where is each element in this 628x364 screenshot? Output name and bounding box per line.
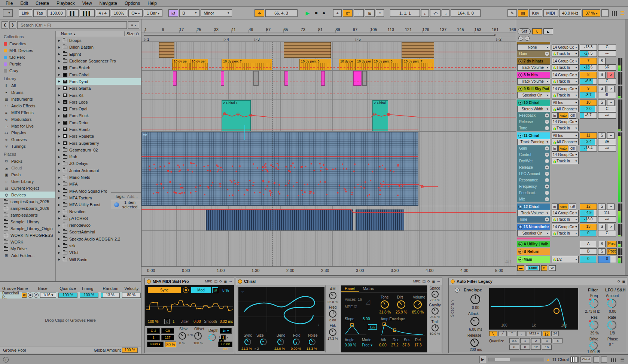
filter-button[interactable]: ≡▾ xyxy=(128,21,139,29)
groove-column-3[interactable]: Timing xyxy=(79,286,101,291)
expand-arrow-icon[interactable]: ▶ xyxy=(57,196,61,199)
expand-arrow-icon[interactable]: ▶ xyxy=(57,66,61,70)
punch-out-button[interactable]: ⌟ xyxy=(442,9,449,17)
dirt-value[interactable]: 25.9 % xyxy=(396,310,407,314)
routing-selector[interactable]: 1/2▼ xyxy=(552,256,579,263)
browser-item[interactable]: ▶Elphnt xyxy=(56,51,141,58)
arm-button[interactable]: ◕ xyxy=(607,86,615,92)
routing-selector[interactable]: Track In▼ xyxy=(552,64,579,71)
sidebar-item-samples-parts[interactable]: samples&parts xyxy=(0,212,55,218)
clip-fx-hit[interactable] xyxy=(353,71,362,86)
solo-button[interactable]: S xyxy=(598,72,606,78)
groove-column-4[interactable]: Random xyxy=(101,286,122,291)
trail-value[interactable]: 50.0 % xyxy=(428,332,442,336)
quantize-6[interactable]: 6 xyxy=(509,345,519,350)
loop-length-field[interactable]: 164. 0. 0 xyxy=(451,9,481,17)
width-button[interactable]: W xyxy=(549,265,556,271)
launch-quantize-selector[interactable]: 1 Bar▾ xyxy=(144,9,162,17)
monitor-in[interactable]: In xyxy=(552,204,558,210)
rate-knob[interactable] xyxy=(607,321,616,330)
browser-item[interactable]: ▶Fors Dyad xyxy=(56,78,141,85)
sidebar-item-add-folder-[interactable]: ⊞Add Folder... xyxy=(0,252,55,259)
value-box[interactable]: 0 xyxy=(580,230,597,236)
device-chooser[interactable]: Stereo Width▼ xyxy=(517,106,550,112)
loop-end-bracket[interactable]: ◁ xyxy=(493,33,496,37)
clip-perc[interactable]: 10 dy per xyxy=(356,59,372,70)
bend-value[interactable]: 22.0 % xyxy=(274,347,285,351)
routing-selector[interactable]: Track In▼ xyxy=(552,216,579,223)
routing-selector[interactable]: Track In▼ xyxy=(552,92,579,98)
offset-knob[interactable] xyxy=(194,332,202,340)
fold-device-button[interactable]: ▾ xyxy=(455,288,460,293)
atk-value[interactable]: 0.00 xyxy=(379,343,386,347)
sidebar-item-all[interactable]: ⫴All xyxy=(0,82,55,89)
browser-item[interactable]: ▶Fors Roulette xyxy=(56,133,141,140)
sync-value[interactable]: 21.3 % xyxy=(241,347,252,351)
locator-flag[interactable]: ▷1 xyxy=(144,37,149,42)
automation-lane-label[interactable]: Control– xyxy=(517,152,550,158)
punch-in-button[interactable]: ⌞ xyxy=(421,9,429,17)
clip-perc[interactable]: 10 dy pe xyxy=(172,59,190,70)
freq-knob[interactable] xyxy=(329,310,336,318)
automation-lane-label[interactable]: Frequency– xyxy=(517,183,550,190)
bend-knob[interactable] xyxy=(277,339,284,345)
browser-item[interactable]: ▶Fors Bokeh xyxy=(56,64,141,71)
automation-lane-label[interactable]: Feedback– xyxy=(517,190,550,196)
vel-high[interactable]: 127 xyxy=(161,335,174,340)
expand-arrow-icon[interactable]: ▶ xyxy=(57,251,61,254)
rate-mult[interactable]: 1 xyxy=(173,319,175,324)
sidebar-item-grooves[interactable]: ≈Grooves xyxy=(0,136,55,143)
groove-column-0[interactable]: Groove Name xyxy=(0,286,36,291)
sidebar-item-plug-ins[interactable]: ⊶Plug-Ins xyxy=(0,129,55,136)
value-box[interactable]: 10 xyxy=(580,100,597,106)
automation-lane-label[interactable]: LFO Amount– xyxy=(517,171,550,177)
loop-region-row[interactable]: ◁ xyxy=(141,33,516,37)
gravity-knob[interactable] xyxy=(432,308,439,315)
track-name[interactable]: ▼10 Chiral xyxy=(517,100,550,106)
noise-value[interactable]: 13.3 % xyxy=(307,347,317,351)
groove-random[interactable]: 13 % xyxy=(101,293,120,298)
link-tracks-icon[interactable]: ⤹ xyxy=(532,28,542,34)
browser-forward-button[interactable]: ❯ xyxy=(9,21,16,29)
clip-perc[interactable]: 10 dy perc 7 xyxy=(402,59,434,70)
device-on-button[interactable] xyxy=(238,279,242,284)
attack-value[interactable]: 6.00 ms xyxy=(469,327,482,331)
solo-button[interactable]: S xyxy=(598,100,606,106)
lin-button[interactable]: Lin xyxy=(368,324,377,330)
value-box[interactable]: -∞ xyxy=(598,145,616,152)
browser-item[interactable]: ▶Fors Lode xyxy=(56,99,141,105)
monitor-in[interactable]: In xyxy=(552,145,558,152)
sidebar-item-tbd-perc[interactable]: tBd Perc xyxy=(0,54,55,61)
expand-arrow-icon[interactable]: ▶ xyxy=(57,258,61,261)
track-name[interactable]: ▼9 Still Sky Pad xyxy=(517,86,550,92)
device-title[interactable]: MFA MIDI S&H Pro xyxy=(153,279,203,284)
tab-panel[interactable]: Panel xyxy=(341,285,359,292)
volume-value[interactable]: 85.0 % xyxy=(412,310,424,314)
expand-arrow-icon[interactable]: ▶ xyxy=(57,189,61,193)
routing-selector[interactable]: 14 Group Cc▼ xyxy=(552,44,579,51)
freq-knob[interactable] xyxy=(589,299,598,308)
expand-arrow-icon[interactable]: ▶ xyxy=(57,59,61,63)
track-name[interactable]: ▼8 fx hits xyxy=(517,72,550,78)
browser-item[interactable]: ▶Fors Kit xyxy=(56,92,141,98)
drive-value[interactable]: 1.90 dB xyxy=(587,350,600,354)
overdub-button[interactable]: o° xyxy=(343,9,353,17)
routing-selector[interactable]: 14 Group Cc▼ xyxy=(552,224,579,230)
value-box[interactable]: -8.7 xyxy=(580,112,597,119)
pole-12-button[interactable]: 12 xyxy=(543,331,550,336)
sidebar-item-instruments[interactable]: ▦Instruments xyxy=(0,96,55,103)
groove-column-2[interactable]: Quantize xyxy=(57,286,79,291)
expand-arrow-icon[interactable]: ▶ xyxy=(57,114,61,117)
browser-item[interactable]: ▶Fors Glänta xyxy=(56,85,141,92)
space-knob[interactable] xyxy=(432,291,439,298)
quantize-2[interactable]: 2 xyxy=(531,338,541,343)
browser-back-button[interactable]: ❮ xyxy=(1,21,8,29)
swing-selector[interactable]: O●▾ xyxy=(128,9,143,17)
note-high[interactable]: G8 xyxy=(161,328,174,334)
browser-item[interactable]: ▶MFA xyxy=(56,181,141,187)
angle-value[interactable]: 0.00 % xyxy=(345,343,356,347)
release-value[interactable]: 200 ms xyxy=(470,348,482,352)
clip-perc[interactable]: 10 dy per xyxy=(190,59,208,70)
menu-item-file[interactable]: File xyxy=(2,1,16,6)
slope-value[interactable]: 8.00 xyxy=(363,317,370,321)
